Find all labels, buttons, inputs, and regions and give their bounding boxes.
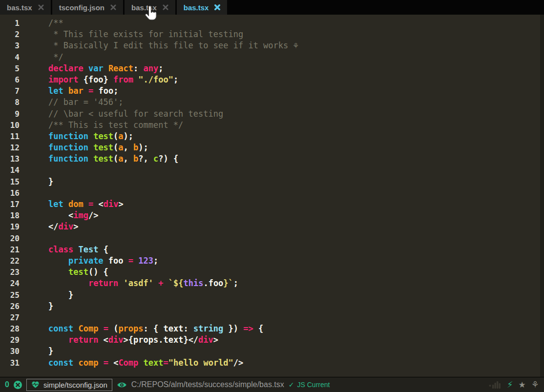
flower-icon[interactable]: ⚘ bbox=[531, 380, 539, 389]
code-text: } bbox=[48, 289, 73, 301]
tab-1-bas.tsx[interactable]: bas.tsx bbox=[0, 0, 51, 15]
line-number: 10 bbox=[0, 120, 20, 131]
tab-4-bas.tsx[interactable]: bas.tsx bbox=[177, 0, 228, 15]
code-line[interactable]: 3 * Basically I edit this file to see if… bbox=[0, 40, 544, 51]
line-number: 28 bbox=[0, 323, 20, 334]
code-line[interactable]: 7let bar = foo; bbox=[0, 85, 544, 97]
line-number: 6 bbox=[0, 74, 20, 85]
code-line[interactable]: 2 * This file exists for initial testing bbox=[0, 29, 544, 40]
code-line[interactable]: 28const Comp = (props: { text: string })… bbox=[0, 323, 544, 334]
code-line[interactable]: 26} bbox=[0, 301, 544, 312]
code-line[interactable]: 15} bbox=[0, 176, 544, 187]
code-text: */ bbox=[48, 52, 63, 63]
code-line[interactable]: 9// \bar < useful for search testing bbox=[0, 108, 544, 120]
line-number: 18 bbox=[0, 210, 20, 221]
line-number: 14 bbox=[0, 165, 20, 176]
line-number: 9 bbox=[0, 108, 20, 120]
code-text: function test(a, b?, c?) { bbox=[48, 153, 178, 165]
code-line[interactable]: 25 } bbox=[0, 289, 544, 301]
code-line[interactable]: 30} bbox=[0, 346, 544, 357]
code-text: /** This is test comment */ bbox=[48, 120, 183, 131]
code-text: } bbox=[48, 176, 53, 187]
code-line[interactable]: 21class Test { bbox=[0, 244, 544, 255]
code-line[interactable]: 14 bbox=[0, 165, 544, 176]
line-number: 7 bbox=[0, 85, 20, 97]
close-icon[interactable] bbox=[163, 4, 168, 10]
code-text: </div> bbox=[48, 221, 78, 232]
line-number: 3 bbox=[0, 40, 20, 51]
close-icon[interactable] bbox=[214, 4, 220, 10]
code-text: const Comp = (props: { text: string }) =… bbox=[48, 323, 263, 334]
line-number: 13 bbox=[0, 153, 20, 165]
code-editor[interactable]: 1/**2 * This file exists for initial tes… bbox=[0, 15, 544, 377]
code-line[interactable]: 18 <img/> bbox=[0, 210, 544, 221]
code-text: } bbox=[48, 301, 53, 312]
code-text: declare var React: any; bbox=[48, 63, 164, 74]
code-line[interactable]: 1/** bbox=[0, 18, 544, 29]
js-status-label: JS Current bbox=[297, 381, 330, 389]
code-text: function test(a); bbox=[48, 131, 133, 142]
lightning-icon[interactable]: ⚡ bbox=[507, 380, 513, 389]
statusbar-right-icons: ⚡ ★ ⚘ bbox=[489, 380, 539, 389]
code-text: import {foo} from "./foo"; bbox=[48, 74, 178, 85]
line-number: 17 bbox=[0, 199, 20, 210]
tab-2-tsconfig.json[interactable]: tsconfig.json bbox=[52, 0, 123, 15]
status-bar: 0 simple/tsconfig.json C:/REPOS/alm/test… bbox=[0, 377, 544, 392]
line-number: 5 bbox=[0, 63, 20, 74]
error-badge-icon[interactable] bbox=[14, 381, 22, 389]
open-file-path: C:/REPOS/alm/tests/success/simple/bas.ts… bbox=[131, 380, 284, 389]
code-text: <img/> bbox=[48, 210, 98, 221]
eye-icon[interactable] bbox=[117, 381, 127, 389]
tab-label: bas.tsx bbox=[131, 3, 157, 12]
line-number: 15 bbox=[0, 176, 20, 187]
line-number: 23 bbox=[0, 267, 20, 278]
active-project-selector[interactable]: simple/tsconfig.json bbox=[26, 379, 112, 391]
code-line[interactable]: 31const comp = <Comp text="hello world"/… bbox=[0, 357, 544, 369]
tab-3-bas.tsx[interactable]: bas.tsx bbox=[125, 0, 175, 15]
js-status-indicator[interactable]: ✓ JS Current bbox=[289, 381, 330, 389]
tab-label: bas.tsx bbox=[184, 3, 209, 12]
tab-label: tsconfig.json bbox=[59, 3, 105, 12]
code-line[interactable]: 17let dom = <div> bbox=[0, 199, 544, 210]
code-line[interactable]: 29 return <div>{props.text}</div> bbox=[0, 334, 544, 346]
code-area[interactable]: 1/**2 * This file exists for initial tes… bbox=[0, 15, 544, 369]
code-text: // bar = '456'; bbox=[48, 97, 124, 108]
code-line[interactable]: 6import {foo} from "./foo"; bbox=[0, 74, 544, 85]
close-icon[interactable] bbox=[38, 4, 44, 10]
code-line[interactable]: 8// bar = '456'; bbox=[0, 97, 544, 108]
line-number: 21 bbox=[0, 244, 20, 255]
code-line[interactable]: 13function test(a, b?, c?) { bbox=[0, 153, 544, 165]
close-icon[interactable] bbox=[110, 4, 116, 10]
check-icon: ✓ bbox=[289, 381, 294, 389]
code-line[interactable]: 19</div> bbox=[0, 221, 544, 232]
code-text: const comp = <Comp text="hello world"/> bbox=[48, 357, 243, 369]
scrollbar-track[interactable] bbox=[540, 15, 544, 377]
code-line[interactable]: 12function test(a, b); bbox=[0, 142, 544, 153]
code-line[interactable]: 20 bbox=[0, 233, 544, 244]
code-line[interactable]: 16 bbox=[0, 187, 544, 199]
tab-bar: bas.tsxtsconfig.jsonbas.tsxbas.tsx bbox=[0, 0, 544, 15]
code-text: function test(a, b); bbox=[48, 142, 148, 153]
code-text: * Basically I edit this file to see if i… bbox=[48, 40, 298, 51]
code-line[interactable]: 5declare var React: any; bbox=[0, 63, 544, 74]
code-text: return 'asdf' + `${this.foo}`; bbox=[48, 278, 238, 289]
active-project-label: simple/tsconfig.json bbox=[43, 381, 107, 389]
code-text: return <div>{props.text}</div> bbox=[48, 334, 218, 346]
code-text: } bbox=[48, 346, 53, 357]
code-line[interactable]: 23 test() { bbox=[0, 267, 544, 278]
code-line[interactable]: 10/** This is test comment */ bbox=[0, 120, 544, 131]
code-line[interactable]: 4 */ bbox=[0, 52, 544, 63]
line-number: 31 bbox=[0, 357, 20, 369]
line-number: 25 bbox=[0, 289, 20, 301]
star-icon[interactable]: ★ bbox=[519, 381, 526, 389]
line-number: 22 bbox=[0, 255, 20, 267]
code-line[interactable]: 24 return 'asdf' + `${this.foo}`; bbox=[0, 278, 544, 289]
volume-bars-icon[interactable] bbox=[489, 380, 502, 389]
line-number: 1 bbox=[0, 18, 20, 29]
error-count: 0 bbox=[5, 380, 9, 389]
code-line[interactable]: 11function test(a); bbox=[0, 131, 544, 142]
code-text: let bar = foo; bbox=[48, 85, 118, 97]
code-line[interactable]: 27 bbox=[0, 312, 544, 323]
code-text: private foo = 123; bbox=[48, 255, 158, 267]
code-line[interactable]: 22 private foo = 123; bbox=[0, 255, 544, 267]
